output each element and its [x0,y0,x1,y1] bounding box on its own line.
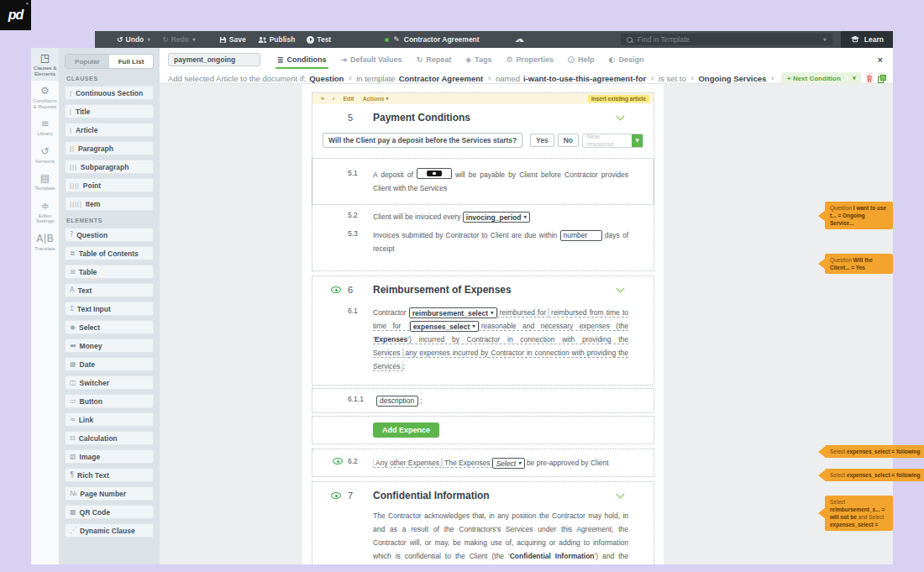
clause-block-6-1-1[interactable]: 6.1.1 description ; [312,388,654,413]
chevron-down-icon[interactable]: ∨ [690,75,695,81]
rail-item-template[interactable]: ▤Template [31,168,59,196]
sidebar-item-table-of-contents[interactable]: ≣Table of Contents [65,246,154,260]
condition-segment[interactable]: Contractor Agreement [399,74,483,83]
rail-item-translate[interactable]: A|BTranslate [31,228,59,256]
sidebar-item-continuous-section[interactable]: |Continuous Section [65,86,154,100]
publish-button[interactable]: Publish [258,35,296,44]
rail-item-clauses-elements[interactable]: ◳Clauses & Elements [31,48,59,81]
chevron-down-icon[interactable]: ▼ [847,76,861,81]
yes-button[interactable]: Yes [530,134,554,147]
new-response-input[interactable]: New response ▼ [582,134,643,148]
inline-select[interactable]: reimbursement_select▼ [409,307,497,319]
section-heading-5[interactable]: 5 Payment Conditions [312,104,654,129]
condition-callout[interactable]: Select reimbursement_s... = will not be … [825,496,893,531]
sidebar-item-page-number[interactable]: №Page Number [65,486,154,501]
edit-button[interactable]: Edit [343,96,354,102]
article-block-reimbursement[interactable]: 6 Reimbursement of Expenses 6.1 Contract… [312,276,654,386]
condition-callout[interactable]: Select expenses_select = following [825,469,924,481]
sidebar-item-qr-code[interactable]: ▩QR Code [65,505,154,519]
collapse-chevron-icon[interactable] [617,113,625,121]
visibility-eye-icon[interactable] [331,492,341,499]
visibility-eye-icon[interactable] [333,458,343,464]
chevron-down-icon[interactable]: ∨ [487,75,491,81]
duplicate-condition-button[interactable] [878,72,885,84]
sidebar-tab-full-list[interactable]: Full List [109,55,153,68]
add-expense-button[interactable]: Add Expence [373,422,439,438]
condition-segment[interactable]: i-want-to-use-this-agreement-for [523,74,646,83]
search-options-caret[interactable]: ▼ [823,37,827,42]
article-block-confidential[interactable]: 7 Confidential Information The Contracto… [312,481,654,564]
sidebar-item-image[interactable]: ▧Image [65,449,154,464]
dropdown-caret-icon[interactable]: ▼ [632,134,643,147]
chevron-down-icon[interactable]: ∨ [650,75,654,81]
chevron-down-icon[interactable]: ▼ [147,37,150,42]
inline-money-field[interactable] [417,168,452,179]
learn-button[interactable]: Learn [841,31,893,48]
clause-block-5-1[interactable]: 5.1 A deposit of will be payable by Clie… [312,158,654,205]
sidebar-item-button[interactable]: ▭Button [65,394,154,408]
save-button[interactable]: Save [219,35,246,44]
clause-block-5-2[interactable]: 5.2 Client will be invoiced every invoci… [312,210,654,223]
inline-select[interactable]: expenses_select▼ [410,321,479,333]
inline-select[interactable]: invocing_period▼ [463,212,530,223]
edit-title-icon[interactable]: ✎ [393,35,400,44]
rail-item-conditions-repeats[interactable]: ⚙Conditions & Repeats [31,81,59,113]
collapse-chevron-icon[interactable] [617,285,625,293]
inline-text-input[interactable]: description [376,396,418,407]
tab-repeat[interactable]: ↻Repeat [417,55,452,64]
move-handle-icon[interactable]: + [321,96,324,102]
sidebar-item-point[interactable]: ||||Point [65,178,154,192]
inline-select[interactable]: Select▼ [492,458,524,470]
tab-conditions[interactable]: ≣Conditions [277,55,327,64]
sidebar-item-table[interactable]: ⊞Table [65,265,154,279]
delete-condition-button[interactable] [866,72,873,84]
insert-existing-article-button[interactable]: Insert existing article [588,95,649,102]
tab-default-values[interactable]: ⇥Default Values [341,55,402,64]
chevron-down-icon[interactable]: ∨ [770,75,774,81]
cloud-upload-icon[interactable]: ☁↑ [515,35,524,44]
tab-tags[interactable]: ◈Tags [465,55,491,64]
sidebar-item-date[interactable]: ▦Date [65,357,154,371]
sidebar-item-calculation[interactable]: ⊟Calculation [65,431,154,445]
condition-segment[interactable]: Ongoing Services [698,74,766,83]
sidebar-item-select[interactable]: ◉Select [65,320,154,334]
sidebar-item-money[interactable]: ▬Money [65,338,154,353]
document-title[interactable]: Contractor Agreement [404,35,480,44]
clause-block-6-2[interactable]: 6.2 Any other ExpensesThe ExpensesSelect… [312,449,654,477]
sidebar-item-link[interactable]: ∞Link [65,412,154,427]
collapse-chevron-icon[interactable] [617,491,625,499]
sidebar-item-item[interactable]: |||||Item [65,197,154,211]
sidebar-item-text[interactable]: AText [65,283,154,297]
sidebar-item-question[interactable]: ?Question [65,228,154,242]
tab-help[interactable]: !Help [568,55,595,64]
chevron-down-icon[interactable]: ∨ [348,75,352,81]
tab-design[interactable]: ◐Design [609,55,644,64]
condition-callout[interactable]: Question Will the Client... = Yes [825,254,893,274]
sidebar-tab-popular[interactable]: Popular [66,55,109,68]
collapse-icon[interactable]: › [333,96,334,102]
visibility-eye-icon[interactable] [331,286,341,293]
sidebar-item-switcher[interactable]: ◫Switcher [65,375,154,390]
no-button[interactable]: No [558,134,579,147]
rail-item-versions[interactable]: ↺Versions [31,141,59,169]
sidebar-item-rich-text[interactable]: ¶Rich Text [65,468,154,482]
find-in-template-search[interactable]: Find in Template ▼ [621,34,832,45]
add-expense-block[interactable]: Add Expence [312,416,654,444]
condition-callout[interactable]: Question I want to use t... = Ongoing Se… [825,202,893,229]
rail-item-library[interactable]: ≡Library [31,113,59,141]
sidebar-item-article[interactable]: |Article [65,123,154,137]
clause-block-5-3[interactable]: 5.3 Invoices submitted by Contractor to … [312,228,654,255]
test-button[interactable]: Test [307,35,331,44]
sidebar-item-title[interactable]: |Title [65,104,154,118]
undo-button[interactable]: ↺ Undo▼ [117,35,150,44]
next-condition-button[interactable]: + Next Condition ▼ [781,72,861,84]
pandadoc-logo[interactable]: pd ® [0,0,31,30]
section-heading-6[interactable]: 6 Reimbursement of Expenses [312,276,654,301]
condition-name-input[interactable] [168,53,260,66]
sidebar-item-paragraph[interactable]: ||Paragraph [65,141,154,155]
rail-item-editor-settings[interactable]: ≑Editor Settings [31,196,59,228]
sidebar-item-dynamic-clause[interactable]: ⋰Dynamic Clause [65,523,154,538]
sidebar-item-subparagraph[interactable]: |||Subparagraph [65,160,154,174]
clause-block-6-1[interactable]: 6.1 Contractor reimbursement_select▼reim… [312,306,654,373]
actions-button[interactable]: Actions▼ [363,96,389,102]
